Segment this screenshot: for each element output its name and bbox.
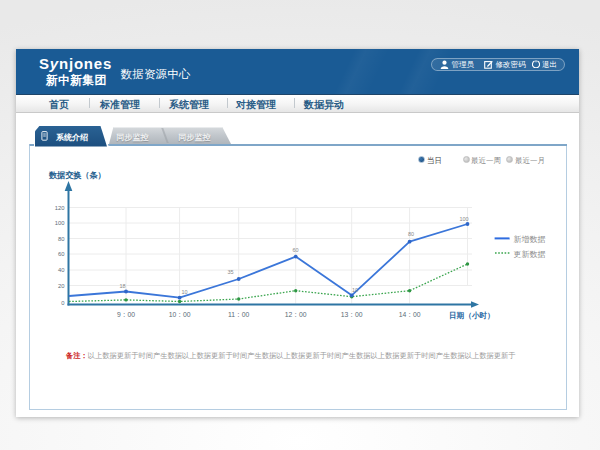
svg-text:9：00: 9：00 [117, 311, 135, 318]
svg-text:14：00: 14：00 [399, 311, 421, 318]
svg-text:80: 80 [58, 236, 64, 242]
svg-text:12：00: 12：00 [285, 311, 307, 318]
svg-text:10: 10 [182, 289, 188, 295]
svg-text:13：00: 13：00 [341, 311, 363, 318]
svg-text:更新数据: 更新数据 [514, 250, 546, 259]
svg-text:10：00: 10：00 [169, 311, 191, 318]
svg-text:35: 35 [228, 269, 234, 275]
svg-text:18: 18 [120, 283, 126, 289]
svg-text:新增数据: 新增数据 [514, 235, 546, 244]
svg-text:20: 20 [58, 283, 64, 289]
svg-text:11：00: 11：00 [228, 311, 250, 318]
svg-text:80: 80 [408, 231, 414, 237]
svg-text:40: 40 [58, 267, 64, 273]
svg-text:60: 60 [293, 247, 299, 253]
svg-text:10: 10 [352, 287, 358, 293]
svg-text:日期（小时）: 日期（小时） [449, 311, 495, 320]
svg-text:60: 60 [58, 251, 64, 257]
svg-text:0: 0 [61, 300, 64, 306]
svg-text:100: 100 [460, 216, 469, 222]
svg-text:100: 100 [55, 220, 65, 226]
svg-text:120: 120 [55, 205, 65, 211]
